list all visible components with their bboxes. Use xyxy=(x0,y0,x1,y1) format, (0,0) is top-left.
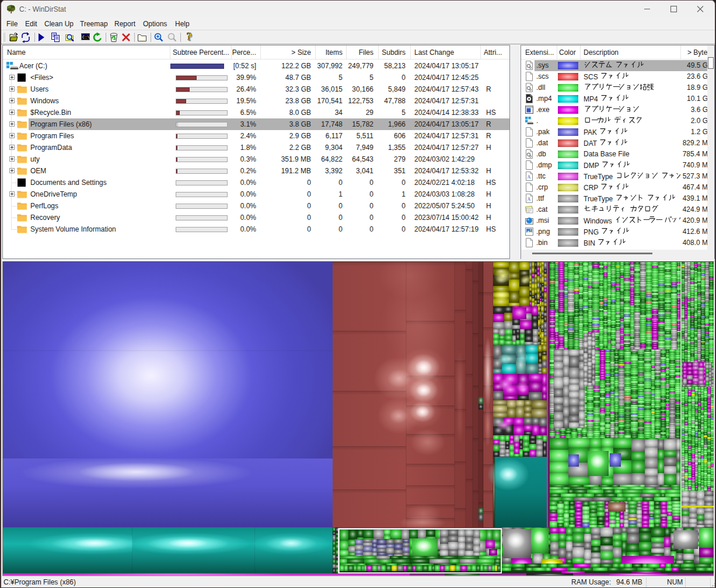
svg-text:?: ? xyxy=(187,31,193,43)
svg-text:A: A xyxy=(527,197,530,202)
svg-text:C:\: C:\ xyxy=(82,35,90,40)
svg-text:A: A xyxy=(527,174,530,180)
